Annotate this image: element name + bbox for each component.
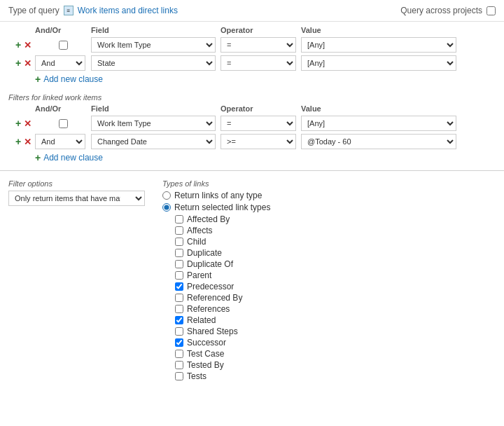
link-type-checkbox-row: Duplicate [175, 248, 496, 258]
linked-row1-delete-button[interactable]: ✕ [22, 119, 33, 128]
link-type-checkbox-row: References [175, 304, 496, 314]
row2-andor-select[interactable]: And Or [35, 55, 85, 71]
linked-col-operator-header: Operator [220, 104, 301, 113]
col-value-header: Value [301, 26, 462, 34]
link-type-checkbox-duplicate[interactable] [175, 249, 183, 257]
linked-row2-add-button[interactable]: + [14, 137, 22, 146]
query-type-value[interactable]: Work items and direct links [78, 6, 178, 15]
top-add-clause[interactable]: + Add new clause [35, 72, 496, 86]
linked-row1-operator-select[interactable]: = <> [220, 116, 296, 131]
types-of-links-panel: Types of links Return links of any type … [162, 179, 496, 383]
linked-row2-andor-cell: And Or [35, 134, 91, 149]
linked-section: Filters for linked work items And/Or Fie… [0, 88, 504, 166]
link-type-checkbox-row: Predecessor [175, 282, 496, 291]
link-type-checkbox-child[interactable] [175, 238, 183, 246]
radio-any-type: Return links of any type [162, 191, 496, 200]
linked-row2-andor-select[interactable]: And Or [35, 134, 85, 149]
row2-value-cell: [Any] [Me] [301, 55, 462, 71]
linked-row2-field-cell: Work Item Type State Changed Date [91, 134, 220, 149]
link-type-checkbox-row: Duplicate Of [175, 259, 496, 269]
link-type-label: References [187, 304, 230, 314]
linked-row1-value-cell: [Any] [Me] [301, 116, 462, 131]
row1-field-cell: Work Item Type State Changed Date Title [91, 37, 220, 53]
link-type-checkbox-affected-by[interactable] [175, 215, 183, 224]
row2-operator-select[interactable]: = <> [220, 55, 296, 71]
link-type-checkbox-references[interactable] [175, 305, 183, 313]
link-type-checkbox-duplicate-of[interactable] [175, 260, 183, 268]
row2-delete-button[interactable]: ✕ [22, 59, 33, 68]
radio-selected-types-input[interactable] [162, 203, 171, 212]
link-type-label: Shared Steps [187, 327, 238, 336]
link-type-label: Predecessor [187, 282, 234, 291]
link-type-label: Related [187, 315, 216, 325]
linked-add-clause[interactable]: + Add new clause [35, 151, 496, 165]
row1-value-select[interactable]: [Any] [Me] [301, 37, 456, 53]
link-type-checkbox-test-case[interactable] [175, 350, 183, 358]
linked-add-clause-plus-icon: + [35, 152, 41, 163]
row1-actions: + ✕ [14, 40, 35, 50]
top-row-2: + ✕ And Or Work Item Type State Changed … [14, 54, 496, 72]
row2-value-select[interactable]: [Any] [Me] [301, 55, 456, 71]
row1-field-select[interactable]: Work Item Type State Changed Date Title [91, 37, 216, 53]
link-type-checkbox-shared-steps[interactable] [175, 327, 183, 336]
link-type-checkbox-row: Shared Steps [175, 327, 496, 336]
link-type-label: Tests [187, 371, 206, 381]
col-operator-header: Operator [220, 26, 301, 34]
linked-row2-operator-select[interactable]: = <> > < >= [220, 134, 296, 149]
linked-row2-value-select[interactable]: [Any] [Me] @Today @Today - 60 [301, 134, 456, 149]
types-of-links-label: Types of links [162, 179, 496, 188]
col-andor-header: And/Or [35, 26, 91, 34]
linked-row2-delete-button[interactable]: ✕ [22, 137, 33, 146]
link-type-checkbox-row: Referenced By [175, 293, 496, 303]
query-across-section: Query across projects [400, 6, 496, 15]
link-type-label: Test Case [187, 349, 224, 359]
linked-row1-field-select[interactable]: Work Item Type State Changed Date [91, 116, 216, 131]
radio-any-type-input[interactable] [162, 191, 171, 200]
linked-col-value-header: Value [301, 104, 462, 113]
linked-section-label: Filters for linked work items [8, 90, 496, 103]
add-clause-plus-icon: + [35, 74, 41, 85]
linked-grid-header: And/Or Field Operator Value [14, 103, 496, 114]
row1-delete-button[interactable]: ✕ [22, 41, 33, 50]
link-type-checkbox-row: Affects [175, 226, 496, 235]
query-type-label: Type of query [8, 6, 59, 15]
link-type-checkbox-tests[interactable] [175, 372, 183, 380]
link-type-checkbox-affects[interactable] [175, 226, 183, 235]
link-type-checkbox-referenced-by[interactable] [175, 294, 183, 302]
link-type-label: Duplicate [187, 248, 222, 258]
link-type-checkbox-related[interactable] [175, 316, 183, 324]
link-type-checkbox-row: Related [175, 315, 496, 325]
filter-options-select[interactable]: Only return items that have matching lin… [8, 191, 145, 206]
query-across-checkbox[interactable] [486, 6, 496, 15]
link-type-checkbox-successor[interactable] [175, 338, 183, 347]
linked-row1-operator-cell: = <> [220, 116, 301, 131]
linked-row1-field-cell: Work Item Type State Changed Date [91, 116, 220, 131]
link-type-label: Successor [187, 338, 226, 348]
top-grid-header: And/Or Field Operator Value [14, 25, 496, 36]
link-type-checkbox-row: Test Case [175, 349, 496, 359]
linked-row1-add-button[interactable]: + [14, 118, 22, 128]
linked-row2-value-cell: [Any] [Me] @Today @Today - 60 [301, 134, 462, 149]
row1-checkbox[interactable] [59, 41, 68, 50]
row1-operator-select[interactable]: = <> >= [220, 37, 296, 53]
link-type-checkbox-row: Successor [175, 338, 496, 348]
query-type-section: Type of query ≡ Work items and direct li… [8, 6, 178, 15]
linked-row-2: + ✕ And Or Work Item Type State Changed … [14, 132, 496, 151]
linked-row-1: + ✕ Work Item Type State Changed Date = … [14, 114, 496, 132]
linked-row1-actions: + ✕ [14, 118, 35, 128]
link-type-checkbox-predecessor[interactable] [175, 282, 183, 291]
row1-add-button[interactable]: + [14, 40, 22, 50]
radio-selected-types: Return selected link types [162, 202, 496, 212]
linked-row1-checkbox[interactable] [59, 119, 68, 128]
linked-row1-value-select[interactable]: [Any] [Me] [301, 116, 456, 131]
linked-row2-field-select[interactable]: Work Item Type State Changed Date [91, 134, 216, 149]
section-divider [0, 170, 504, 171]
row1-operator-cell: = <> >= [220, 37, 301, 53]
link-type-checkbox-parent[interactable] [175, 271, 183, 280]
link-type-checkbox-row: Affected By [175, 214, 496, 224]
row2-field-select[interactable]: Work Item Type State Changed Date [91, 55, 216, 71]
top-row-1: + ✕ Work Item Type State Changed Date Ti… [14, 36, 496, 54]
row2-add-button[interactable]: + [14, 58, 22, 68]
row2-field-cell: Work Item Type State Changed Date [91, 55, 220, 71]
link-type-checkbox-tested-by[interactable] [175, 361, 183, 369]
